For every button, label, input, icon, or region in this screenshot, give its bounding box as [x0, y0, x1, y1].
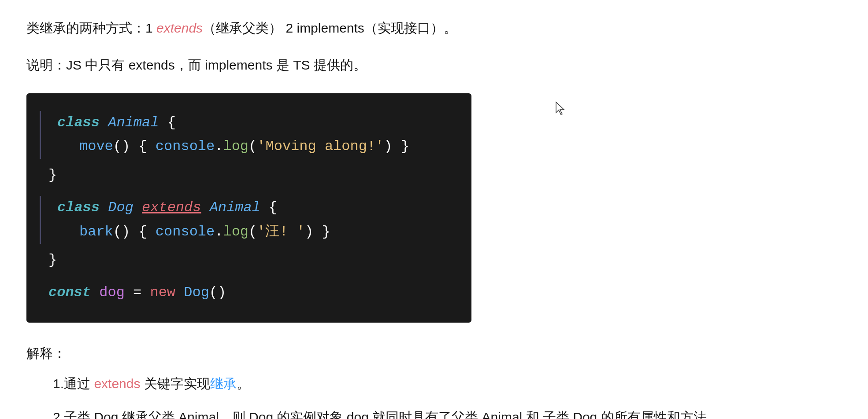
list-item-1: 1. 通过 extends 关键字实现继承。 — [26, 373, 842, 394]
explanation-list: 1. 通过 extends 关键字实现继承。 2. 子类 Dog 继承父类 An… — [26, 373, 842, 419]
dog-var: dog — [99, 281, 125, 305]
list-item-2: 2. 子类 Dog 继承父类 Animal，则 Dog 的实例对象 dog 就同… — [26, 407, 842, 419]
animal-classname-2: Animal — [210, 196, 260, 220]
move-method: move — [79, 135, 113, 158]
item1-middle: 关键字实现 — [140, 376, 210, 391]
item2-text: 子类 Dog 继承父类 Animal，则 Dog 的实例对象 dog 就同时具有… — [64, 407, 720, 419]
class-keyword-1: class — [57, 111, 100, 135]
animal-class-group: class Animal { move () { console . log (… — [48, 111, 449, 159]
wang-string: '汪! ' — [257, 220, 305, 244]
intro-suffix: （继承父类） 2 implements（实现接口）。 — [203, 21, 457, 35]
item1-prefix: 通过 — [64, 376, 94, 391]
log-word: log — [223, 135, 249, 158]
dog-class-new: Dog — [184, 281, 209, 305]
code-line-move: move () { console . log ( 'Moving along!… — [57, 135, 449, 158]
item1-suffix: 。 — [237, 376, 250, 391]
console-word-2: console — [156, 220, 215, 244]
left-bar-animal — [40, 111, 41, 159]
class-keyword-2: class — [57, 196, 100, 220]
mouse-cursor — [555, 101, 566, 118]
code-line-close-animal: } — [48, 163, 449, 187]
explanation-title: 解释： — [26, 345, 842, 363]
list-number-1: 1. — [26, 373, 64, 394]
code-block: class Animal { move () { console . log (… — [26, 93, 471, 323]
close-brace-2: } — [48, 248, 57, 272]
code-line-close-dog: } — [48, 248, 449, 272]
note-line: 说明：JS 中只有 extends，而 implements 是 TS 提供的。 — [26, 55, 842, 76]
bark-method: bark — [79, 220, 113, 244]
intro-section: 类继承的两种方式：1 extends（继承父类） 2 implements（实现… — [26, 18, 842, 76]
log-word-2: log — [223, 220, 249, 244]
animal-classname: Animal — [108, 111, 159, 135]
code-line-dog-header: class Dog extends Animal { — [57, 196, 449, 220]
new-keyword: new — [150, 281, 175, 305]
code-line-const: const dog = new Dog () — [48, 281, 449, 305]
explanation-section: 解释： 1. 通过 extends 关键字实现继承。 2. 子类 Dog 继承父… — [26, 345, 842, 419]
dog-classname: Dog — [108, 196, 134, 220]
extends-keyword-intro: extends — [156, 21, 203, 35]
open-brace-1: { — [167, 111, 176, 135]
moving-string: 'Moving along!' — [257, 135, 384, 158]
intro-line1: 类继承的两种方式：1 extends（继承父类） 2 implements（实现… — [26, 18, 842, 39]
inherit-highlight: 继承 — [210, 376, 237, 391]
intro-prefix: 类继承的两种方式：1 — [26, 21, 156, 35]
equals-sign: = — [133, 281, 141, 305]
console-word: console — [156, 135, 215, 158]
const-keyword: const — [48, 281, 91, 305]
extends-highlight: extends — [94, 376, 140, 391]
item1-text: 通过 extends 关键字实现继承。 — [64, 373, 250, 394]
new-parens: () — [209, 281, 226, 305]
dog-class-group: class Dog extends Animal { bark () { con… — [48, 196, 449, 244]
close-brace-1: } — [48, 163, 57, 187]
left-bar-dog — [40, 196, 41, 244]
open-brace-2: { — [269, 196, 277, 220]
code-line-bark: bark () { console . log ( '汪! ' ) } — [57, 220, 449, 244]
extends-keyword-code: extends — [142, 196, 201, 220]
code-line-animal-header: class Animal { — [57, 111, 449, 135]
list-number-2: 2. — [26, 407, 64, 419]
